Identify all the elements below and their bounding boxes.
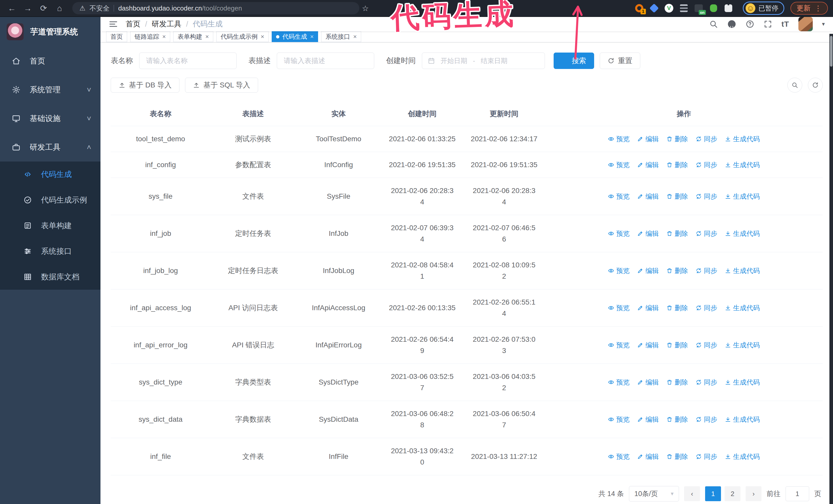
font-size-icon[interactable]: tT: [782, 20, 789, 28]
action-delete-link[interactable]: 删除: [666, 451, 688, 462]
browser-reload-icon[interactable]: ⟳: [37, 2, 50, 14]
action-edit-link[interactable]: 编辑: [637, 414, 659, 425]
tab-close-icon[interactable]: ×: [310, 33, 314, 40]
action-edit-link[interactable]: 编辑: [637, 302, 659, 314]
import-db-button[interactable]: 基于 DB 导入: [111, 78, 180, 93]
action-preview-link[interactable]: 预览: [608, 159, 629, 170]
page-size-select[interactable]: 10条/页 ▾: [629, 486, 679, 501]
ext-orange-icon[interactable]: 1: [635, 4, 644, 13]
action-preview-link[interactable]: 预览: [608, 265, 629, 277]
action-preview-link[interactable]: 预览: [608, 302, 629, 314]
action-edit-link[interactable]: 编辑: [637, 265, 659, 277]
action-preview-link[interactable]: 预览: [608, 414, 629, 425]
action-delete-link[interactable]: 删除: [666, 159, 688, 170]
action-preview-link[interactable]: 预览: [608, 133, 629, 145]
next-page-button[interactable]: ›: [745, 486, 761, 501]
action-sync-link[interactable]: 同步: [696, 377, 717, 388]
action-sync-link[interactable]: 同步: [696, 302, 717, 314]
fullscreen-icon[interactable]: [764, 20, 772, 28]
page-scrollbar[interactable]: [829, 34, 833, 504]
github-icon[interactable]: [727, 20, 736, 29]
action-edit-link[interactable]: 编辑: [637, 133, 659, 145]
browser-back-icon[interactable]: ←: [5, 2, 19, 14]
action-edit-link[interactable]: 编辑: [637, 191, 659, 202]
question-icon[interactable]: [745, 20, 754, 28]
search-icon[interactable]: [709, 20, 718, 28]
tab-3[interactable]: 代码生成示例×: [216, 31, 269, 42]
sidebar-subitem-4[interactable]: 数据库文档: [0, 264, 100, 290]
action-preview-link[interactable]: 预览: [608, 377, 629, 388]
browser-forward-icon[interactable]: →: [21, 2, 34, 14]
scrollbar-thumb[interactable]: [830, 36, 832, 67]
action-delete-link[interactable]: 删除: [666, 133, 688, 145]
action-edit-link[interactable]: 编辑: [637, 451, 659, 462]
action-generate-link[interactable]: 生成代码: [725, 228, 760, 239]
sidebar-subitem-0[interactable]: 代码生成: [0, 162, 100, 187]
action-sync-link[interactable]: 同步: [696, 339, 717, 351]
tab-1[interactable]: 链路追踪×: [130, 31, 170, 42]
tab-close-icon[interactable]: ×: [353, 33, 357, 40]
reset-button[interactable]: 重置: [600, 52, 640, 69]
refresh-table-button[interactable]: [808, 78, 823, 93]
action-delete-link[interactable]: 删除: [666, 339, 688, 351]
sidebar-item-1[interactable]: 系统管理˅: [0, 75, 100, 104]
browser-profile-button[interactable]: ☺ 已暂停: [743, 2, 784, 15]
tab-0[interactable]: 首页: [106, 31, 127, 42]
tab-2[interactable]: 表单构建×: [173, 31, 213, 42]
breadcrumb-item-0[interactable]: 首页: [125, 19, 140, 29]
avatar-caret-icon[interactable]: ▾: [822, 21, 825, 27]
action-generate-link[interactable]: 生成代码: [725, 159, 760, 170]
bookmark-star-icon[interactable]: ☆: [362, 4, 369, 13]
action-sync-link[interactable]: 同步: [696, 191, 717, 202]
tab-close-icon[interactable]: ×: [162, 33, 166, 40]
action-generate-link[interactable]: 生成代码: [725, 265, 760, 277]
action-sync-link[interactable]: 同步: [696, 451, 717, 462]
action-edit-link[interactable]: 编辑: [637, 228, 659, 239]
action-generate-link[interactable]: 生成代码: [725, 133, 760, 145]
ext-gem-icon[interactable]: [649, 4, 659, 13]
toggle-search-button[interactable]: [787, 78, 802, 93]
action-delete-link[interactable]: 删除: [666, 414, 688, 425]
browser-home-icon[interactable]: ⌂: [53, 2, 66, 14]
action-sync-link[interactable]: 同步: [696, 133, 717, 145]
action-delete-link[interactable]: 删除: [666, 302, 688, 314]
action-generate-link[interactable]: 生成代码: [725, 414, 760, 425]
address-bar[interactable]: ⚠ 不安全 dashboard.yudao.iocoder.cn/tool/co…: [72, 2, 359, 14]
action-generate-link[interactable]: 生成代码: [725, 302, 760, 314]
ext-bars-icon[interactable]: [679, 4, 688, 13]
table-name-input[interactable]: [139, 52, 237, 69]
action-sync-link[interactable]: 同步: [696, 228, 717, 239]
user-avatar[interactable]: [799, 17, 813, 31]
sidebar-item-3[interactable]: 研发工具˄: [0, 133, 100, 162]
tab-close-icon[interactable]: ×: [205, 33, 209, 40]
action-preview-link[interactable]: 预览: [608, 191, 629, 202]
browser-menu-icon[interactable]: ⋮: [814, 4, 822, 13]
action-sync-link[interactable]: 同步: [696, 265, 717, 277]
breadcrumb-item-1[interactable]: 研发工具: [152, 19, 182, 29]
action-generate-link[interactable]: 生成代码: [725, 451, 760, 462]
action-generate-link[interactable]: 生成代码: [725, 339, 760, 351]
action-edit-link[interactable]: 编辑: [637, 377, 659, 388]
sidebar-subitem-1[interactable]: 代码生成示例: [0, 187, 100, 213]
sidebar-item-0[interactable]: 首页: [0, 47, 100, 75]
import-sql-button[interactable]: 基于 SQL 导入: [185, 78, 258, 93]
action-delete-link[interactable]: 删除: [666, 265, 688, 277]
date-range-picker[interactable]: 开始日期 - 结束日期: [422, 52, 545, 69]
goto-page-input[interactable]: [786, 486, 809, 501]
action-preview-link[interactable]: 预览: [608, 451, 629, 462]
action-generate-link[interactable]: 生成代码: [725, 377, 760, 388]
action-sync-link[interactable]: 同步: [696, 159, 717, 170]
ext-bug-icon[interactable]: [709, 4, 718, 13]
sidebar-subitem-2[interactable]: 表单构建: [0, 213, 100, 238]
action-delete-link[interactable]: 删除: [666, 228, 688, 239]
ext-v-icon[interactable]: V: [664, 4, 673, 13]
prev-page-button[interactable]: ‹: [684, 486, 700, 501]
tab-4[interactable]: 代码生成×: [272, 31, 318, 42]
page-button-2[interactable]: 2: [724, 486, 740, 501]
hamburger-icon[interactable]: [109, 20, 118, 29]
action-edit-link[interactable]: 编辑: [637, 339, 659, 351]
action-sync-link[interactable]: 同步: [696, 414, 717, 425]
action-preview-link[interactable]: 预览: [608, 228, 629, 239]
action-delete-link[interactable]: 删除: [666, 377, 688, 388]
tab-5[interactable]: 系统接口×: [321, 31, 361, 42]
